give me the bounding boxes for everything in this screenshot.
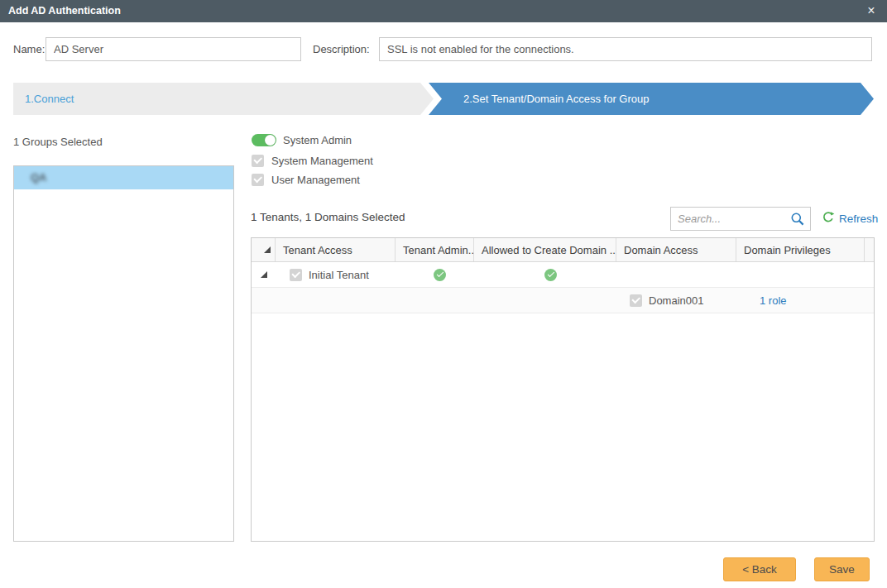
dialog-titlebar: Add AD Authentication × [0,0,887,22]
description-input[interactable] [379,37,872,61]
domain-access-cell-empty [616,262,736,287]
header-tenant-admin: Tenant Admin... [396,238,474,261]
tenant-admin-cell-empty [396,288,474,313]
header-allowed-create-domain: Allowed to Create Domain ... [474,238,616,261]
search-input[interactable] [671,208,787,230]
groups-list: QA [13,165,234,542]
wizard-step-tenant-domain-access[interactable]: 2.Set Tenant/Domain Access for Group [429,83,874,115]
group-name: QA [31,171,47,184]
header-tenant-access: Tenant Access [276,238,396,261]
system-admin-row: System Admin [252,133,352,146]
wizard-step-connect[interactable]: 1.Connect [13,83,434,115]
group-list-item[interactable]: QA [14,166,233,189]
search-box [670,207,811,231]
table-row-tenant: Initial Tenant [252,262,874,288]
allowed-create-domain-check-icon [544,269,557,281]
wizard-steps: 1.Connect 2.Set Tenant/Domain Access for… [13,83,874,115]
refresh-icon [822,211,835,227]
row-expand-cell [252,262,276,287]
system-admin-toggle[interactable] [252,134,276,146]
collapse-all-icon[interactable] [264,246,271,253]
tenant-admin-check-icon [434,269,446,281]
wizard-step-tenant-domain-access-label: 2.Set Tenant/Domain Access for Group [463,93,650,105]
description-label: Description: [313,37,370,61]
domain-privileges-cell-empty [736,262,865,287]
search-icon[interactable] [790,212,805,230]
refresh-label: Refresh [839,213,878,225]
header-expand-cell [252,238,276,261]
collapse-row-icon[interactable] [261,271,267,278]
domain-privileges-cell: 1 role [736,288,865,313]
header-domain-privileges: Domain Privileges [736,238,865,261]
system-management-label: System Management [271,155,373,167]
row-expand-cell-empty [252,288,276,313]
user-management-label: User Management [271,174,360,186]
domain001-checkbox[interactable] [630,294,642,307]
dialog-title: Add AD Authentication [8,0,121,22]
add-ad-authentication-dialog: Add AD Authentication × Name: Descriptio… [0,0,887,588]
allowed-create-domain-cell-empty [474,288,616,313]
initial-tenant-checkbox[interactable] [290,269,302,281]
tenant-access-cell: Initial Tenant [276,262,396,287]
user-management-row: User Management [252,173,360,186]
system-admin-label: System Admin [283,134,352,146]
table-header-row: Tenant Access Tenant Admin... Allowed to… [252,238,874,262]
allowed-create-domain-cell [474,262,616,287]
groups-selected-header: 1 Groups Selected [13,136,103,148]
wizard-step-connect-label: 1.Connect [25,93,74,105]
tenant-name-label: Initial Tenant [309,269,369,281]
name-label: Name: [13,37,45,61]
role-count-link[interactable]: 1 role [736,294,787,307]
row-spacer [865,262,874,287]
domain-name-label: Domain001 [649,294,704,307]
close-icon[interactable]: × [862,0,880,22]
user-management-checkbox[interactable] [252,174,264,186]
system-management-checkbox[interactable] [252,155,264,167]
refresh-button[interactable]: Refresh [822,207,878,231]
system-management-row: System Management [252,154,373,167]
row-spacer [865,288,874,313]
tenant-access-cell-empty [276,288,396,313]
tenant-admin-cell [396,262,474,287]
save-button[interactable]: Save [814,557,870,581]
tenant-access-table: Tenant Access Tenant Admin... Allowed to… [251,237,875,542]
name-input[interactable] [46,37,301,61]
header-domain-access: Domain Access [616,238,736,261]
domain-access-cell: Domain001 [616,288,736,313]
header-spacer [865,238,874,261]
tenants-domains-summary: 1 Tenants, 1 Domains Selected [251,211,405,223]
table-row-domain: Domain001 1 role [252,288,874,313]
back-button[interactable]: < Back [723,557,796,581]
toggle-knob [265,135,276,146]
